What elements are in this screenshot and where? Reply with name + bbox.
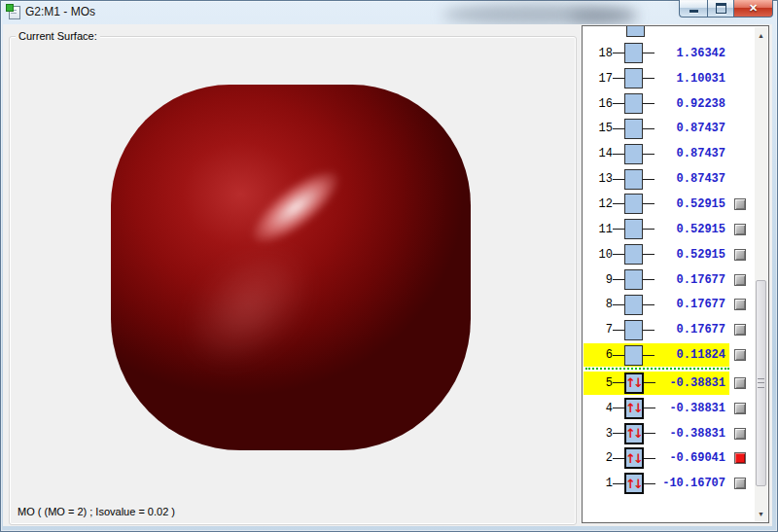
mo-row-main[interactable]: 1↑↓-10.16707 xyxy=(584,472,729,495)
mo-level-box-occupied[interactable]: ↑↓ xyxy=(624,423,644,444)
mo-level-box-virtual[interactable] xyxy=(624,144,643,164)
scrollbar[interactable]: ▲ ▼ xyxy=(755,27,767,521)
mo-number: 2 xyxy=(589,451,613,465)
mo-isosurface[interactable] xyxy=(111,85,471,450)
mo-number: 3 xyxy=(589,427,613,441)
mo-row-14[interactable]: 140.87437 xyxy=(584,141,755,166)
mo-row-12[interactable]: 120.52915 xyxy=(584,192,755,217)
mo-row-main[interactable]: 2↑↓-0.69041 xyxy=(584,446,729,470)
spin-up-down-icon: ↑↓ xyxy=(625,427,641,440)
mo-level-box-virtual[interactable] xyxy=(624,43,643,63)
mo-row-main[interactable]: 60.11824 xyxy=(584,343,729,367)
mo-number: 14 xyxy=(589,147,613,160)
mo-row-13[interactable]: 130.87437 xyxy=(584,166,755,192)
mo-number: 10 xyxy=(589,248,613,262)
mo-row-main[interactable]: 5↑↓-0.38831 xyxy=(584,372,729,395)
close-button[interactable]: ✕ xyxy=(734,0,773,18)
mo-row-main[interactable]: 90.17677 xyxy=(584,268,729,292)
mo-row-main[interactable]: 150.87437 xyxy=(584,117,729,140)
mo-visibility-checkbox[interactable] xyxy=(734,478,746,489)
mo-row-main[interactable]: 80.17677 xyxy=(584,293,729,316)
mo-row-17[interactable]: 171.10031 xyxy=(584,66,755,91)
mo-row-1[interactable]: 1↑↓-10.16707 xyxy=(584,471,755,496)
mo-level-box-virtual[interactable] xyxy=(624,169,643,190)
level-line xyxy=(613,483,624,484)
level-line xyxy=(644,433,655,434)
mo-visibility-checkbox[interactable] xyxy=(734,403,746,414)
scroll-up-button[interactable]: ▲ xyxy=(755,27,767,43)
mo-row-main[interactable]: 110.52915 xyxy=(584,218,729,241)
level-line xyxy=(644,408,655,408)
mo-level-box-virtual[interactable] xyxy=(624,93,643,114)
mo-row-2[interactable]: 2↑↓-0.69041 xyxy=(584,446,755,472)
mo-row-main[interactable]: 70.17677 xyxy=(584,318,729,341)
mo-row-16[interactable]: 160.92238 xyxy=(584,91,755,117)
maximize-button[interactable] xyxy=(707,0,734,18)
titlebar[interactable]: G2:M1 - MOs ✕ xyxy=(0,0,778,24)
mo-row-5[interactable]: 5↑↓-0.38831 xyxy=(584,371,755,396)
mo-row-main[interactable]: 4↑↓-0.38831 xyxy=(584,397,729,420)
render-viewport[interactable] xyxy=(18,50,569,502)
mo-row-main[interactable]: 3↑↓-0.38831 xyxy=(584,422,729,445)
mo-row-10[interactable]: 100.52915 xyxy=(584,242,755,267)
mo-number: 4 xyxy=(589,402,613,415)
level-line xyxy=(643,179,654,180)
mo-visibility-checkbox[interactable] xyxy=(734,349,746,361)
mo-visibility-checkbox[interactable] xyxy=(734,324,746,336)
mo-visibility-checkbox[interactable] xyxy=(734,274,746,286)
mo-level-box-virtual[interactable] xyxy=(624,219,643,239)
glass-reflection xyxy=(569,10,637,23)
mo-visibility-checkbox[interactable] xyxy=(734,249,746,261)
scroll-down-button[interactable]: ▼ xyxy=(755,506,767,521)
mo-row-main[interactable]: 120.52915 xyxy=(584,193,729,216)
mo-row-3[interactable]: 3↑↓-0.38831 xyxy=(584,421,755,446)
mo-level-box-virtual[interactable] xyxy=(624,320,643,340)
mo-visibility-checkbox[interactable] xyxy=(734,198,746,210)
mo-level-box-virtual[interactable] xyxy=(624,345,643,366)
mo-row-main[interactable]: 140.87437 xyxy=(584,142,729,165)
mo-row-15[interactable]: 150.87437 xyxy=(584,117,755,142)
mo-level-box-occupied[interactable]: ↑↓ xyxy=(624,447,644,469)
mo-row-main[interactable]: 100.52915 xyxy=(584,243,729,266)
mo-level-box-virtual[interactable] xyxy=(624,119,643,139)
level-line xyxy=(643,330,654,331)
mo-row-4[interactable]: 4↑↓-0.38831 xyxy=(584,396,755,421)
mo-level-box-virtual[interactable] xyxy=(624,244,643,265)
mo-visibility-checkbox[interactable] xyxy=(734,377,746,389)
mo-level-list: 181.36342171.10031160.92238150.87437140.… xyxy=(584,26,755,496)
mo-energy-value: 0.87437 xyxy=(654,122,729,135)
mo-row-7[interactable]: 70.17677 xyxy=(584,317,755,342)
mo-visibility-checkbox[interactable] xyxy=(734,299,746,310)
level-line xyxy=(613,229,624,230)
level-line xyxy=(613,254,624,255)
mo-row-main[interactable]: 181.36342 xyxy=(584,42,729,65)
scrollbar-thumb[interactable] xyxy=(756,280,766,486)
mo-visibility-checkbox[interactable] xyxy=(734,224,746,235)
mo-visibility-checkbox[interactable] xyxy=(734,428,746,440)
mo-level-box-virtual[interactable] xyxy=(624,295,643,315)
mo-row-9[interactable]: 90.17677 xyxy=(584,267,755,293)
level-line xyxy=(644,458,655,459)
mo-row-main[interactable]: 160.92238 xyxy=(584,92,729,116)
minimize-button[interactable] xyxy=(679,0,707,18)
level-line xyxy=(613,279,624,280)
mo-energy-value: 0.11824 xyxy=(654,348,729,362)
mo-number: 6 xyxy=(589,348,613,362)
mo-row-main[interactable]: 171.10031 xyxy=(584,67,729,90)
mo-row-8[interactable]: 80.17677 xyxy=(584,292,755,317)
mo-visibility-checkbox[interactable] xyxy=(734,452,746,464)
level-line xyxy=(613,458,624,459)
groupbox-label: Current Surface: xyxy=(16,30,100,42)
mo-list-panel: 181.36342171.10031160.92238150.87437140.… xyxy=(582,25,769,523)
mo-level-box-occupied[interactable]: ↑↓ xyxy=(624,372,644,394)
mo-row-11[interactable]: 110.52915 xyxy=(584,217,755,242)
mo-row-main[interactable]: 130.87437 xyxy=(584,167,729,191)
mo-level-box-occupied[interactable]: ↑↓ xyxy=(624,473,644,494)
mo-row-6[interactable]: 60.11824 xyxy=(584,342,755,368)
mo-energy-value: 0.52915 xyxy=(654,197,729,211)
mo-level-box-virtual[interactable] xyxy=(624,68,643,89)
mo-row-18[interactable]: 181.36342 xyxy=(584,41,755,66)
mo-level-box-virtual[interactable] xyxy=(624,194,643,214)
mo-level-box-virtual[interactable] xyxy=(624,269,643,290)
mo-level-box-occupied[interactable]: ↑↓ xyxy=(624,398,644,419)
